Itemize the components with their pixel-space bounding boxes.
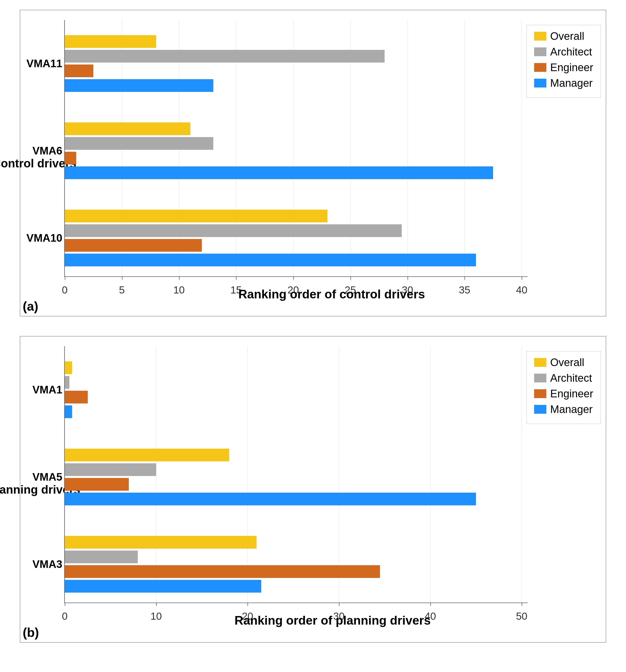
- bar-rect: [65, 449, 229, 461]
- bar-rect: [65, 152, 76, 165]
- legend-item: Engineer: [534, 388, 593, 400]
- legend-item: Manager: [534, 77, 593, 89]
- legend-label: Engineer: [550, 61, 593, 74]
- x-tick-label: 10: [173, 284, 185, 296]
- bar-rect: [65, 463, 156, 476]
- legend-item: Overall: [534, 356, 593, 368]
- legend-item: Overall: [534, 30, 593, 42]
- legend-label: Architect: [550, 372, 592, 384]
- plot-area: 0510152025303540VMA10VMA6VMA11: [64, 20, 528, 277]
- x-tick-label: 40: [516, 284, 528, 296]
- bar-rect: [65, 405, 72, 418]
- chart-b-label: (b): [23, 625, 39, 640]
- chart-b: (b) Planning drivers01020304050VMA3VMA5V…: [20, 336, 606, 643]
- bar-rect: [65, 166, 493, 179]
- y-group-label: VMA6: [26, 145, 62, 157]
- bar-rect: [65, 224, 402, 237]
- legend-label: Engineer: [550, 388, 593, 400]
- legend-item: Architect: [534, 46, 593, 58]
- bar-rect: [65, 580, 261, 593]
- bar-rect: [65, 79, 213, 92]
- bar-rect: [65, 137, 213, 150]
- chart-a: (a) Control drivers0510152025303540VMA10…: [20, 10, 606, 316]
- legend-color-box: [534, 32, 546, 41]
- bar-rect: [65, 536, 257, 549]
- bar-rect: [65, 254, 476, 266]
- legend-item: Architect: [534, 372, 593, 384]
- x-tick-label: 0: [62, 284, 68, 296]
- plot-area: 01020304050VMA3VMA5VMA1: [64, 346, 528, 603]
- x-tick-label: 5: [119, 284, 125, 296]
- bar-rect: [65, 210, 328, 222]
- bar-rect: [65, 391, 88, 404]
- legend-color-box: [534, 374, 546, 382]
- x-tick-label: 10: [150, 610, 162, 622]
- legend-label: Overall: [550, 30, 584, 42]
- legend: OverallArchitectEngineerManager: [527, 25, 601, 98]
- legend-color-box: [534, 389, 546, 398]
- x-tick-label: 0: [62, 610, 68, 622]
- legend-item: Manager: [534, 403, 593, 415]
- legend-color-box: [534, 47, 546, 56]
- legend-color-box: [534, 63, 546, 72]
- legend-label: Manager: [550, 403, 593, 415]
- bar-rect: [65, 361, 72, 374]
- x-tick-label: 35: [459, 284, 471, 296]
- legend-color-box: [534, 358, 546, 367]
- y-group-label: VMA11: [26, 57, 62, 70]
- y-group-label: VMA5: [26, 471, 62, 483]
- bar-rect: [65, 122, 190, 135]
- legend: OverallArchitectEngineerManager: [527, 351, 601, 424]
- bar-rect: [65, 239, 202, 252]
- bar-rect: [65, 65, 93, 77]
- x-axis-title: Ranking order of planning drivers: [235, 614, 431, 627]
- x-axis-title: Ranking order of control drivers: [238, 287, 425, 301]
- bar-rect: [65, 50, 385, 63]
- bar-rect: [65, 478, 129, 491]
- y-group-label: VMA1: [26, 384, 62, 396]
- bar-rect: [65, 551, 138, 563]
- bar-rect: [65, 565, 380, 578]
- chart-a-label: (a): [23, 299, 38, 313]
- y-group-label: VMA3: [26, 558, 62, 570]
- y-group-label: VMA10: [26, 232, 62, 244]
- legend-label: Architect: [550, 46, 592, 58]
- x-tick-label: 50: [516, 610, 528, 622]
- legend-color-box: [534, 405, 546, 414]
- legend-color-box: [534, 79, 546, 88]
- legend-label: Overall: [550, 356, 584, 368]
- legend-item: Engineer: [534, 61, 593, 74]
- bar-rect: [65, 35, 156, 48]
- bar-rect: [65, 493, 476, 505]
- bar-rect: [65, 376, 69, 389]
- legend-label: Manager: [550, 77, 593, 89]
